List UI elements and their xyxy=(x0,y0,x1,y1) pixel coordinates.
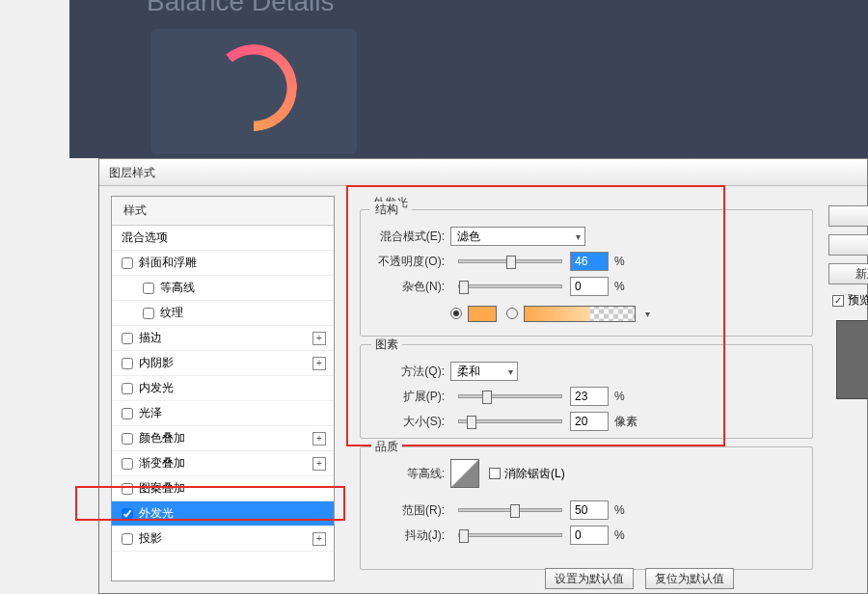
antialias-checkbox[interactable] xyxy=(489,468,501,479)
style-checkbox[interactable] xyxy=(122,458,133,470)
set-default-button[interactable]: 设置为默认值 xyxy=(545,568,634,589)
blend-mode-label: 混合模式(E): xyxy=(373,229,445,245)
opacity-slider[interactable] xyxy=(458,259,562,263)
style-label: 描边 xyxy=(139,330,162,346)
style-label: 斜面和浮雕 xyxy=(139,255,197,271)
style-row-渐变叠加[interactable]: 渐变叠加+ xyxy=(112,451,334,476)
opacity-label: 不透明度(O): xyxy=(373,254,445,270)
style-row-描边[interactable]: 描边+ xyxy=(112,326,334,351)
style-row-斜面和浮雕[interactable]: 斜面和浮雕 xyxy=(112,251,334,276)
style-label: 内阴影 xyxy=(139,355,174,371)
style-checkbox[interactable] xyxy=(122,533,133,545)
dialog-titlebar[interactable]: 图层样式 xyxy=(99,159,867,186)
cancel-button[interactable]: 复位 xyxy=(828,234,868,256)
style-label: 渐变叠加 xyxy=(139,455,185,472)
range-label: 范围(R): xyxy=(373,502,445,519)
quality-title: 品质 xyxy=(371,439,402,455)
dialog-buttons: 确定 复位 新建样式(W ✓ 预览(V xyxy=(828,205,868,399)
style-label: 内发光 xyxy=(139,380,174,396)
ok-button[interactable]: 确定 xyxy=(828,205,868,227)
add-effect-icon[interactable]: + xyxy=(312,332,326,345)
style-checkbox[interactable] xyxy=(122,383,133,394)
style-checkbox[interactable] xyxy=(122,333,133,344)
preview-thumbnail xyxy=(836,320,868,399)
blend-mode-select[interactable]: 滤色 xyxy=(450,227,585,246)
style-checkbox[interactable] xyxy=(122,483,133,495)
design-canvas: Balance Details xyxy=(69,0,868,158)
preview-checkbox[interactable]: ✓ xyxy=(832,295,844,307)
contour-label: 等高线: xyxy=(373,466,445,482)
style-row-颜色叠加[interactable]: 颜色叠加+ xyxy=(112,426,334,451)
style-label: 光泽 xyxy=(139,405,162,421)
color-swatch[interactable] xyxy=(468,306,497,322)
add-effect-icon[interactable]: + xyxy=(312,357,326,370)
contour-picker[interactable] xyxy=(450,459,479,488)
style-checkbox[interactable] xyxy=(122,358,133,369)
elements-title: 图素 xyxy=(371,337,402,353)
noise-input[interactable] xyxy=(570,277,609,296)
style-label: 等高线 xyxy=(160,280,195,296)
add-effect-icon[interactable]: + xyxy=(312,457,326,471)
style-label: 外发光 xyxy=(139,505,174,522)
style-label: 图案叠加 xyxy=(139,480,185,497)
noise-slider[interactable] xyxy=(458,284,562,288)
style-row-投影[interactable]: 投影+ xyxy=(112,526,334,552)
size-input[interactable] xyxy=(570,412,609,431)
add-effect-icon[interactable]: + xyxy=(312,532,326,546)
range-input[interactable] xyxy=(570,500,609,520)
style-checkbox[interactable] xyxy=(143,283,154,294)
opacity-input[interactable] xyxy=(570,252,609,271)
solid-color-radio[interactable] xyxy=(450,308,462,319)
noise-label: 杂色(N): xyxy=(373,279,445,295)
style-checkbox[interactable] xyxy=(122,408,133,419)
preview-label: 预览(V xyxy=(848,292,868,309)
reset-default-button[interactable]: 复位为默认值 xyxy=(645,568,734,589)
styles-header[interactable]: 样式 xyxy=(112,197,334,226)
style-checkbox[interactable] xyxy=(122,433,133,445)
new-style-button[interactable]: 新建样式(W xyxy=(828,263,868,284)
style-row-内发光[interactable]: 内发光 xyxy=(112,376,334,401)
spread-label: 扩展(P): xyxy=(373,389,445,405)
gradient-picker[interactable] xyxy=(524,306,636,322)
spread-slider[interactable] xyxy=(458,394,562,398)
style-checkbox[interactable] xyxy=(122,508,133,520)
size-slider[interactable] xyxy=(458,419,562,423)
range-slider[interactable] xyxy=(458,508,562,512)
spread-input[interactable] xyxy=(570,387,609,406)
style-label: 颜色叠加 xyxy=(139,430,185,446)
jitter-slider[interactable] xyxy=(458,533,562,537)
method-select[interactable]: 柔和 xyxy=(450,362,518,381)
style-row-光泽[interactable]: 光泽 xyxy=(112,401,334,426)
gradient-radio[interactable] xyxy=(506,308,518,319)
styles-list-panel: 样式 混合选项 斜面和浮雕等高线纹理描边+内阴影+内发光光泽颜色叠加+渐变叠加+… xyxy=(111,196,335,581)
jitter-input[interactable] xyxy=(570,526,609,545)
style-checkbox[interactable] xyxy=(122,257,133,269)
layer-style-dialog: 图层样式 样式 混合选项 斜面和浮雕等高线纹理描边+内阴影+内发光光泽颜色叠加+… xyxy=(98,158,868,594)
add-effect-icon[interactable]: + xyxy=(312,432,326,446)
antialias-label: 消除锯齿(L) xyxy=(504,466,565,482)
size-label: 大小(S): xyxy=(373,414,445,430)
style-label: 纹理 xyxy=(160,305,183,321)
blend-options-row[interactable]: 混合选项 xyxy=(112,226,334,251)
method-label: 方法(Q): xyxy=(373,364,445,380)
style-row-等高线[interactable]: 等高线 xyxy=(112,276,334,301)
style-row-外发光[interactable]: 外发光 xyxy=(112,501,334,526)
jitter-label: 抖动(J): xyxy=(373,527,445,544)
balance-card xyxy=(150,29,357,154)
style-row-图案叠加[interactable]: 图案叠加 xyxy=(112,476,334,501)
canvas-heading: Balance Details xyxy=(147,0,335,17)
style-checkbox[interactable] xyxy=(143,308,154,319)
style-label: 投影 xyxy=(139,530,162,547)
style-row-内阴影[interactable]: 内阴影+ xyxy=(112,351,334,376)
style-row-纹理[interactable]: 纹理 xyxy=(112,301,334,326)
progress-ring xyxy=(210,44,297,131)
structure-title: 结构 xyxy=(371,202,402,218)
